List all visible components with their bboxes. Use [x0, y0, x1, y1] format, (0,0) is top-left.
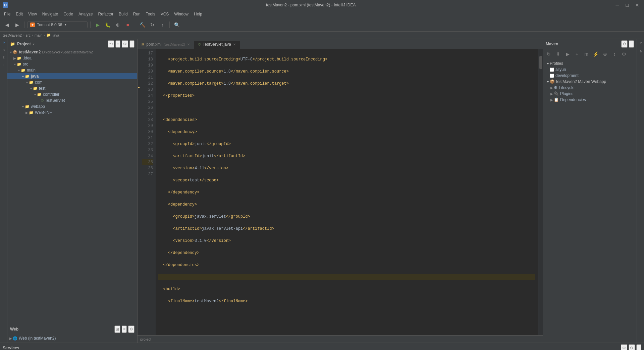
sidebar-favorites-icon[interactable]: F [0, 61, 7, 69]
tree-item-main[interactable]: ▾ 📁 main [7, 67, 137, 73]
tree-item-com[interactable]: ▾ 📁 com [7, 79, 137, 85]
sidebar-z-structure-icon[interactable]: Z [0, 54, 7, 61]
file-tree: ▾ 📦 testMaven2 D:\ideaWorkSpace\testMave… [7, 49, 137, 324]
editor-scrollbar[interactable] [538, 49, 543, 335]
menu-vcs[interactable]: VCS [158, 11, 172, 17]
tree-item-webapp[interactable]: ▾ 📁 webapp [7, 103, 137, 110]
menu-file[interactable]: File [1, 11, 13, 17]
update-button[interactable]: ↑ [158, 20, 167, 29]
code-line-35 [158, 274, 535, 280]
services-settings-button[interactable]: ⚙ [629, 344, 635, 350]
menu-view[interactable]: View [25, 11, 40, 17]
tree-item-testmaven2[interactable]: ▾ 📦 testMaven2 D:\ideaWorkSpace\testMave… [7, 49, 137, 55]
menu-tools[interactable]: Tools [143, 11, 158, 17]
aliyun-checkbox[interactable] [550, 68, 554, 72]
menu-edit[interactable]: Edit [13, 11, 25, 17]
services-configure-button[interactable]: ⚙ [621, 344, 627, 350]
code-gutter: ● [138, 49, 142, 335]
project-settings-button[interactable]: ⚙ [122, 40, 128, 48]
services-hide-button[interactable]: − [636, 344, 641, 350]
sidebar-project-icon[interactable]: P [0, 39, 7, 46]
back-button[interactable]: ◀ [3, 20, 11, 29]
run-with-coverage-button[interactable]: ⊕ [113, 20, 122, 29]
tree-item-web[interactable]: ▶ 🌐 Web (in testMaven2) [7, 335, 137, 341]
maven-lifecycle-item[interactable]: ▶ ⚙ Lifecycle [543, 85, 637, 91]
run-button[interactable]: ▶ [93, 20, 102, 29]
code-line-19: <maven.compiler.target>1.8</maven.compil… [158, 81, 535, 87]
maven-settings-button[interactable]: ⚙ [621, 40, 628, 48]
close-button[interactable]: ✕ [633, 2, 641, 8]
menu-refactor[interactable]: Refactor [96, 11, 116, 17]
development-checkbox[interactable] [550, 74, 554, 78]
run-config-selector[interactable]: T Tomcat 8.0.36 ▼ [27, 21, 88, 28]
web-icon: 🌐 [13, 336, 17, 341]
web-settings-button[interactable]: ⚙ [128, 325, 135, 333]
build-project-button[interactable]: 🔨 [138, 20, 147, 29]
sidebar-structure-icon[interactable]: S [0, 46, 7, 54]
tab-close-pom[interactable]: ✕ [187, 43, 190, 46]
maven-profiles-item[interactable]: ▾ Profiles [543, 60, 637, 67]
chevron-down-icon: ▾ [33, 42, 35, 46]
maven-profile-aliyun[interactable]: aliyun [543, 67, 637, 73]
tab-testservlet[interactable]: © TestServlet.java ✕ [194, 41, 240, 49]
menu-run[interactable]: Run [130, 11, 143, 17]
menu-analyze[interactable]: Analyze [76, 11, 96, 17]
code-line-27: <scope>test</scope> [158, 177, 535, 183]
stop-button[interactable]: ■ [123, 20, 132, 29]
menu-help[interactable]: Help [191, 11, 205, 17]
breadcrumb: testMaven2 › src › main › 📁 java [0, 32, 644, 39]
tab-pom-xml[interactable]: M pom.xml (testMaven2) ✕ [138, 41, 194, 49]
breadcrumb-project[interactable]: testMaven2 [3, 33, 22, 37]
expand-arrow: ▶ [550, 86, 554, 90]
tree-item-webinf[interactable]: ▶ 📁 WEB-INF [7, 110, 137, 116]
web-collapse-button[interactable]: ≡ [122, 325, 127, 333]
maven-run-button[interactable]: ▶ [563, 50, 572, 58]
menu-window[interactable]: Window [171, 11, 191, 17]
tab-close-servlet[interactable]: ✕ [233, 43, 236, 46]
breadcrumb-java[interactable]: java [52, 33, 59, 37]
debug-button[interactable]: 🐛 [103, 20, 112, 29]
maven-refresh-button[interactable]: ↻ [544, 50, 553, 58]
tree-label-webapp: webapp [31, 104, 45, 109]
tree-item-testservlet[interactable]: ▶ © TestServlet [7, 97, 137, 103]
menu-build[interactable]: Build [116, 11, 130, 17]
services-panel: Services ⚙ ⚙ − ▶ ≡ ⊞ ⊟ ▼ + ▾ 🔥 Tomcat Se… [0, 343, 644, 350]
code-line-33: </dependency> [158, 250, 535, 256]
web-align-button[interactable]: ⊞ [114, 325, 120, 333]
search-everywhere-button[interactable]: 🔍 [172, 20, 181, 29]
breadcrumb-src[interactable]: src [26, 33, 31, 37]
breadcrumb-main[interactable]: main [35, 33, 43, 37]
tree-item-java[interactable]: ▾ 📁 java [7, 73, 137, 79]
maven-dependencies-item[interactable]: ▶ 📋 Dependencies [543, 97, 637, 103]
sidebar-database-icon[interactable]: D [638, 40, 644, 47]
code-line-34: </dependencies> [158, 262, 535, 268]
refresh-button[interactable]: ↻ [148, 20, 157, 29]
maven-run-maven-button[interactable]: m [582, 50, 591, 58]
code-editor[interactable]: <project.build.sourceEncoding>UTF-8</pro… [156, 49, 538, 335]
maven-profile-development[interactable]: development [543, 73, 637, 79]
minimize-button[interactable]: ─ [614, 2, 621, 8]
maximize-button[interactable]: □ [624, 2, 631, 8]
maven-plugins-item[interactable]: ▶ 🔌 Plugins [543, 91, 637, 97]
project-hide-button[interactable]: − [129, 40, 135, 48]
tree-item-test[interactable]: ▾ 📁 test [7, 85, 137, 91]
scroll-to-source-button[interactable]: ⟲ [108, 40, 114, 48]
sidebar-maven-icon[interactable]: M [638, 48, 644, 55]
tree-item-idea[interactable]: ▶ 📁 .idea [7, 55, 137, 61]
maven-run-phase-button[interactable]: ⚡ [591, 50, 600, 58]
forward-button[interactable]: ▶ [13, 20, 21, 29]
maven-project-item[interactable]: ▾ 📦 testMaven2 Maven Webapp [543, 79, 637, 85]
tree-item-controller[interactable]: ▾ 📁 controller [7, 91, 137, 97]
maven-settings2-button[interactable]: ⚙ [620, 50, 628, 58]
maven-collapse-button[interactable]: ↕ [610, 50, 619, 58]
tree-item-src[interactable]: ▾ 📁 src [7, 61, 137, 67]
maven-add-button[interactable]: + [573, 50, 581, 58]
maven-hide-button[interactable]: − [629, 40, 634, 48]
menu-navigate[interactable]: Navigate [40, 11, 61, 17]
collapse-all-button[interactable]: ≡ [115, 40, 120, 48]
code-line-23: <dependency> [158, 129, 535, 135]
maven-toggle-button[interactable]: ⊕ [601, 50, 609, 58]
menu-code[interactable]: Code [61, 11, 76, 17]
maven-download-button[interactable]: ⬇ [554, 50, 562, 58]
project-panel-header: 📁 Project ▾ ⟲ ≡ ⚙ − [7, 39, 137, 49]
